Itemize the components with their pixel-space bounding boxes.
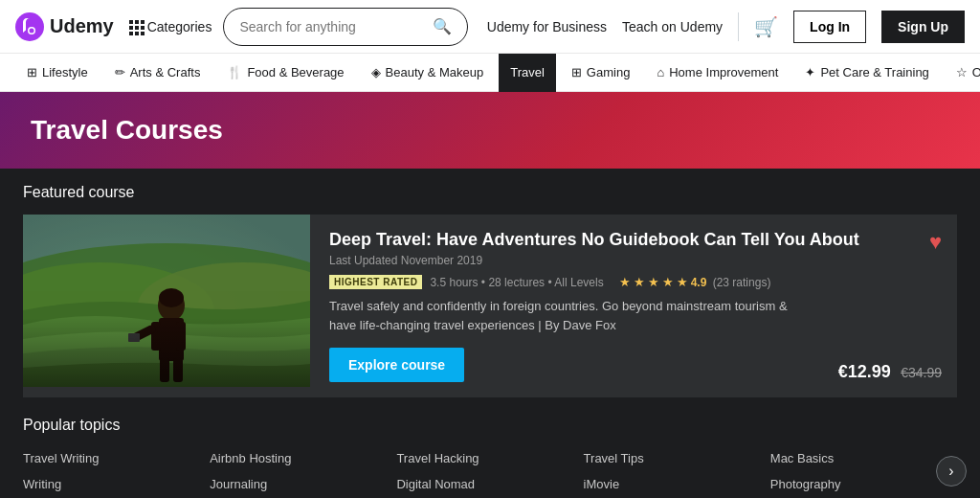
price-original: €34.99 xyxy=(901,365,942,380)
svg-rect-11 xyxy=(173,358,183,382)
course-price: €12.99 €34.99 xyxy=(838,362,942,382)
subnav-gaming[interactable]: ⊞ Gaming xyxy=(560,54,642,92)
topic-photography[interactable]: Photography xyxy=(770,471,957,497)
topic-travel-writing[interactable]: Travel Writing xyxy=(23,445,210,471)
logo[interactable]: Udemy xyxy=(15,12,114,41)
course-title: Deep Travel: Have Adventures No Guideboo… xyxy=(329,230,938,250)
svg-point-12 xyxy=(159,288,184,307)
popular-topics-section: Popular topics Travel Writing Airbnb Hos… xyxy=(23,417,957,497)
hero-banner: Travel Courses xyxy=(0,92,980,169)
star-5: ★ xyxy=(677,275,688,289)
grid-icon xyxy=(129,20,143,34)
star-2: ★ xyxy=(634,275,645,289)
subnav-food-label: Food & Beverage xyxy=(247,65,344,79)
popular-topics-title: Popular topics xyxy=(23,417,957,434)
topic-travel-tips[interactable]: Travel Tips xyxy=(584,445,770,471)
signup-button[interactable]: Sign Up xyxy=(881,11,965,43)
subnav-other[interactable]: ☆ Other xyxy=(945,54,980,92)
svg-rect-8 xyxy=(151,322,161,351)
nav-business[interactable]: Udemy for Business xyxy=(487,19,607,34)
star-count: 4.9 xyxy=(691,276,707,289)
svg-line-13 xyxy=(136,329,151,337)
logo-icon xyxy=(15,12,44,41)
subnav-beauty[interactable]: ◈ Beauty & Makeup xyxy=(360,54,496,92)
categories-label: Categories xyxy=(147,19,212,34)
course-thumbnail xyxy=(23,215,310,387)
star-rating: ★ ★ ★ ★ ★ 4.9 (23 ratings) xyxy=(619,275,771,289)
subnav-home[interactable]: ⌂ Home Improvement xyxy=(645,54,790,92)
topic-travel-hacking[interactable]: Travel Hacking xyxy=(396,445,583,471)
categories-button[interactable]: Categories xyxy=(129,19,212,34)
svg-point-1 xyxy=(30,28,34,33)
course-stats: 3.5 hours • 28 lectures • All Levels xyxy=(430,276,603,289)
search-input[interactable] xyxy=(239,19,432,34)
login-button[interactable]: Log In xyxy=(793,11,866,43)
topics-grid: Travel Writing Airbnb Hosting Travel Hac… xyxy=(23,445,957,497)
gaming-icon: ⊞ xyxy=(571,65,582,79)
subnav-food[interactable]: 🍴 Food & Beverage xyxy=(215,54,355,92)
featured-course-card: ♥ Deep Travel: Have Adventures No Guideb… xyxy=(23,215,957,397)
main-content: Featured course xyxy=(0,169,980,498)
lifestyle-icon: ⊞ xyxy=(27,65,37,79)
top-nav: Udemy Categories 🔍 Udemy for Business Te… xyxy=(0,0,980,54)
food-icon: 🍴 xyxy=(227,65,242,79)
topic-digital-nomad[interactable]: Digital Nomad xyxy=(396,471,583,497)
price-current: €12.99 xyxy=(838,362,891,381)
highest-rated-badge: HIGHEST RATED xyxy=(329,275,422,289)
svg-rect-10 xyxy=(160,358,169,382)
other-icon: ☆ xyxy=(956,65,968,79)
ratings-count: (23 ratings) xyxy=(709,276,770,289)
course-description: Travel safely and confidently in foreign… xyxy=(329,297,789,334)
svg-rect-14 xyxy=(128,333,140,342)
nav-teach[interactable]: Teach on Udemy xyxy=(622,19,723,34)
subnav-pet[interactable]: ✦ Pet Care & Training xyxy=(793,54,940,92)
search-bar: 🔍 xyxy=(223,8,467,46)
nav-links: Udemy for Business Teach on Udemy 🛒 Log … xyxy=(487,11,965,43)
subnav-travel[interactable]: Travel xyxy=(499,54,556,92)
topic-imovie[interactable]: iMovie xyxy=(584,471,770,497)
star-3: ★ xyxy=(648,275,659,289)
arts-icon: ✏ xyxy=(115,65,125,79)
course-image xyxy=(23,215,310,387)
nav-divider xyxy=(738,12,739,41)
subnav-gaming-label: Gaming xyxy=(587,65,631,79)
subnav-pet-label: Pet Care & Training xyxy=(820,65,928,79)
featured-section-title: Featured course xyxy=(23,184,957,201)
cart-icon[interactable]: 🛒 xyxy=(754,15,778,38)
subnav-arts-label: Arts & Crafts xyxy=(130,65,201,79)
home-icon: ⌂ xyxy=(657,65,664,79)
course-updated: Last Updated November 2019 xyxy=(329,254,938,267)
subnav-lifestyle[interactable]: ⊞ Lifestyle xyxy=(15,54,100,92)
star-1: ★ xyxy=(619,275,631,289)
beauty-icon: ◈ xyxy=(371,65,381,79)
subnav-lifestyle-label: Lifestyle xyxy=(42,65,88,79)
star-4: ★ xyxy=(662,275,674,289)
subnav-home-label: Home Improvement xyxy=(669,65,778,79)
subnav-travel-label: Travel xyxy=(510,65,545,79)
pet-icon: ✦ xyxy=(805,65,815,79)
topic-writing[interactable]: Writing xyxy=(23,471,210,497)
svg-rect-9 xyxy=(176,322,186,351)
logo-text: Udemy xyxy=(50,15,114,37)
topic-airbnb-hosting[interactable]: Airbnb Hosting xyxy=(210,445,396,471)
topic-mac-basics[interactable]: Mac Basics xyxy=(770,445,957,471)
search-icon-button[interactable]: 🔍 xyxy=(433,17,452,35)
svg-rect-7 xyxy=(159,318,184,361)
sub-nav: ⊞ Lifestyle ✏ Arts & Crafts 🍴 Food & Bev… xyxy=(0,54,980,92)
course-meta: HIGHEST RATED 3.5 hours • 28 lectures • … xyxy=(329,275,938,289)
wishlist-icon[interactable]: ♥ xyxy=(929,230,942,255)
explore-course-button[interactable]: Explore course xyxy=(329,348,464,382)
topic-journaling[interactable]: Journaling xyxy=(210,471,396,497)
subnav-arts[interactable]: ✏ Arts & Crafts xyxy=(103,54,212,92)
topics-next-button[interactable]: › xyxy=(936,456,967,487)
course-details: ♥ Deep Travel: Have Adventures No Guideb… xyxy=(310,215,957,397)
subnav-beauty-label: Beauty & Makeup xyxy=(386,65,484,79)
subnav-other-label: Other xyxy=(972,65,980,79)
page-title: Travel Courses xyxy=(31,115,223,146)
